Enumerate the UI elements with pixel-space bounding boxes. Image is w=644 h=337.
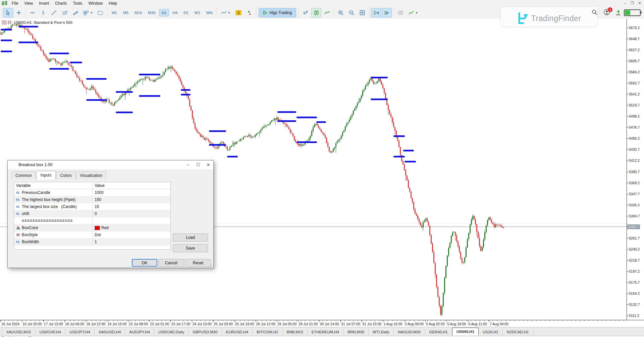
load-button[interactable]: Load bbox=[173, 233, 208, 242]
table-row[interactable]: 01The highest box height (Pipet)150 bbox=[14, 196, 170, 203]
chart-tab-audjpy-h4[interactable]: AUDJPY,H4 bbox=[125, 329, 154, 336]
time-label: 19 Jul 15:00 bbox=[108, 322, 127, 326]
algo-trading-button[interactable]: Algo Trading bbox=[259, 8, 296, 17]
menu-item-window[interactable]: Window bbox=[86, 0, 106, 6]
equidistant-channel-tool-button[interactable] bbox=[60, 8, 70, 17]
menu-items: FileViewInsertChartsToolsWindowHelp bbox=[9, 0, 120, 6]
chart-tab-ethereum-h4[interactable]: ETHEREUM,H4 bbox=[308, 329, 343, 336]
chart-tab-us30-h1[interactable]: US30,H1 bbox=[479, 329, 503, 336]
value-cell[interactable]: 1000 bbox=[92, 189, 170, 196]
dialog-title-bar[interactable]: Breakout box 1.00 – ☐ ✕ bbox=[8, 160, 213, 169]
timeframe-button-d1[interactable]: D1 bbox=[181, 9, 191, 16]
timeframe-button-w1[interactable]: W1 bbox=[192, 9, 203, 16]
variable-cell: 01shift bbox=[14, 211, 92, 216]
value-cell[interactable]: 150 bbox=[92, 196, 170, 203]
price-axis[interactable]: 5670.25648.75627.25605.75584.25562.75541… bbox=[627, 19, 644, 320]
new-order-button[interactable] bbox=[244, 8, 254, 17]
timeframe-button-m30[interactable]: M30 bbox=[145, 9, 158, 16]
window-restore-button[interactable]: ❐ bbox=[629, 0, 636, 6]
chart-tab-usdchf-h4[interactable]: USDCHF,H4 bbox=[36, 329, 66, 336]
timeframe-button-m5[interactable]: M5 bbox=[120, 9, 131, 16]
time-tick bbox=[446, 320, 447, 322]
zoom-out-button[interactable] bbox=[346, 8, 357, 17]
table-row[interactable]: 01BoxWidth1 bbox=[14, 239, 170, 246]
fibonacci-tool-button[interactable] bbox=[70, 8, 80, 17]
dialog-tab-colors[interactable]: Colors bbox=[56, 172, 75, 179]
menu-item-charts[interactable]: Charts bbox=[52, 0, 70, 6]
resize-grip[interactable] bbox=[209, 263, 213, 267]
dialog-minimize-button[interactable]: – bbox=[183, 160, 193, 169]
profile-icon[interactable]: 1 bbox=[603, 9, 610, 17]
chart-tab-xauusd-m15[interactable]: XAUUSD,M15 bbox=[2, 329, 36, 336]
candlestick-style-button[interactable] bbox=[311, 8, 321, 17]
cursor-tool-button[interactable] bbox=[3, 8, 13, 17]
window-close-button[interactable]: ✕ bbox=[636, 0, 643, 6]
chart-tab-us500-h1[interactable]: US500,H1 bbox=[452, 328, 479, 336]
symbols-button[interactable]: $ bbox=[233, 8, 244, 17]
shapes-tool-button[interactable]: ▼ bbox=[81, 8, 95, 17]
chart-tab-ger40-h1[interactable]: GER40,H1 bbox=[425, 329, 452, 336]
timeframe-button-h4[interactable]: H4 bbox=[170, 9, 180, 16]
table-row[interactable]: BoxStyleDot bbox=[14, 231, 170, 239]
menu-item-insert[interactable]: Insert bbox=[36, 0, 52, 6]
line-chart-style-button[interactable] bbox=[322, 8, 332, 17]
table-row[interactable]: BoxColorRed bbox=[14, 224, 170, 231]
table-row[interactable]: 01The largest box size (Candle)15 bbox=[14, 203, 170, 210]
timeframe-button-m1[interactable]: M1 bbox=[109, 9, 120, 16]
chart-tab-eurusd-h4[interactable]: EURUSD,H4 bbox=[222, 329, 253, 336]
table-row[interactable]: 01PreviousCandle1000 bbox=[14, 189, 170, 196]
screenshot-button[interactable] bbox=[395, 8, 406, 17]
dialog-tab-common[interactable]: Common bbox=[12, 172, 36, 179]
time-label: 29 Jul 05:00 bbox=[277, 322, 297, 326]
window-minimize-button[interactable]: – bbox=[621, 0, 629, 6]
chart-tab-bnb-m15[interactable]: BNB,M15 bbox=[283, 329, 308, 336]
search-icon[interactable] bbox=[592, 9, 597, 16]
reset-button[interactable]: Reset bbox=[185, 259, 211, 267]
menu-item-view[interactable]: View bbox=[21, 0, 36, 6]
auto-scroll-button[interactable] bbox=[371, 8, 381, 17]
value-cell[interactable]: Red bbox=[92, 224, 170, 231]
chart-tab-bitcoin-h1[interactable]: BITCOIN,H1 bbox=[253, 329, 283, 336]
chart-tab-nas100-m30[interactable]: NAS100,M30 bbox=[394, 329, 425, 336]
timeframe-button-h1[interactable]: H1 bbox=[159, 9, 169, 16]
value-cell[interactable]: Dot bbox=[92, 231, 170, 238]
value-cell[interactable] bbox=[92, 217, 170, 224]
zoom-in-button[interactable] bbox=[336, 8, 346, 17]
menu-item-help[interactable]: Help bbox=[106, 0, 120, 6]
text-label-tool-button[interactable] bbox=[95, 8, 105, 17]
dialog-tab-inputs[interactable]: Inputs bbox=[36, 171, 56, 180]
menu-item-tools[interactable]: Tools bbox=[70, 0, 86, 6]
chart-tab-nzdcad-h1[interactable]: NZDCAD,H1 bbox=[503, 329, 533, 336]
value-cell[interactable]: 0 bbox=[92, 210, 170, 217]
value-cell[interactable]: 15 bbox=[92, 203, 170, 210]
table-row[interactable]: =================== bbox=[14, 217, 170, 224]
chart-tab-usdjpy-h4[interactable]: USDJPY,H4 bbox=[65, 329, 95, 336]
time-label: 16 Jul 2024 bbox=[1, 322, 19, 326]
crosshair-tool-button[interactable] bbox=[14, 8, 24, 17]
time-axis[interactable]: 16 Jul 202416 Jul 20:0017 Jul 13:0018 Ju… bbox=[0, 320, 644, 327]
ok-button[interactable]: OK bbox=[132, 259, 157, 267]
trendline-tool-button[interactable] bbox=[49, 8, 59, 17]
tile-windows-button[interactable] bbox=[357, 8, 367, 17]
vertical-line-tool-button[interactable] bbox=[38, 8, 48, 17]
chart-tab-wti-daily[interactable]: WTI,Daily bbox=[369, 329, 394, 336]
dialog-maximize-button[interactable]: ☐ bbox=[193, 160, 203, 169]
cancel-button[interactable]: Cancel bbox=[158, 259, 184, 267]
table-row[interactable]: 01shift0 bbox=[14, 210, 170, 217]
chart-shift-button[interactable] bbox=[382, 8, 392, 17]
timeframe-button-m15[interactable]: M15 bbox=[132, 9, 145, 16]
indicators-button[interactable]: ▼ bbox=[406, 8, 420, 17]
value-cell[interactable]: 1 bbox=[92, 239, 170, 245]
chart-tab-brn-m30[interactable]: BRN,M30 bbox=[343, 329, 369, 336]
save-button[interactable]: Save bbox=[173, 244, 208, 252]
chart-tab-usdcad-daily[interactable]: USDCAD,Daily bbox=[154, 329, 189, 336]
menu-item-file[interactable]: File bbox=[9, 0, 21, 6]
chart-tab-gbpusd-m30[interactable]: GBPUSD,M30 bbox=[189, 329, 222, 336]
bar-chart-style-button[interactable] bbox=[301, 8, 311, 17]
horizontal-line-tool-button[interactable] bbox=[28, 8, 38, 17]
chart-template-button[interactable]: ▼ bbox=[219, 8, 233, 17]
dialog-close-button[interactable]: ✕ bbox=[203, 160, 213, 169]
timeframe-button-mn[interactable]: MN bbox=[204, 9, 215, 16]
dialog-tab-visualization[interactable]: Visualization bbox=[76, 172, 106, 179]
chart-tab-xagusd-h4[interactable]: XAGUSD,H4 bbox=[95, 329, 125, 336]
